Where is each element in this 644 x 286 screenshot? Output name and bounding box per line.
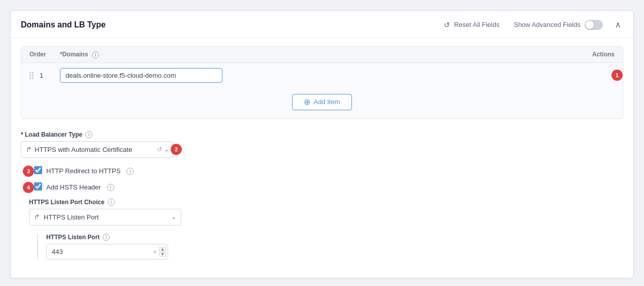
port-input[interactable] — [46, 244, 168, 260]
port-choice-label: HTTPS Listen Port Choice i — [29, 199, 623, 206]
main-card: Domains and LB Type ↺ Reset All Fields S… — [10, 10, 634, 278]
port-choice-select[interactable]: HTTPS Listen Port — [29, 209, 181, 226]
reset-label: Reset All Fields — [454, 21, 500, 28]
port-choice-select-wrap: ↱ HTTPS Listen Port ⌄ — [29, 209, 181, 226]
form-section: * Load Balancer Type i ↱ HTTPS with Auto… — [11, 127, 633, 278]
port-input-wrap: × ▲ ▼ — [46, 244, 168, 260]
advanced-fields-control: Show Advanced Fields — [513, 20, 603, 30]
lb-type-label: * Load Balancer Type i — [21, 131, 623, 138]
port-label: HTTPS Listen Port i — [46, 234, 623, 241]
advanced-label: Show Advanced Fields — [513, 21, 581, 28]
table-row: 1 1 — [21, 63, 623, 88]
lb-type-info-icon[interactable]: i — [85, 131, 92, 138]
http-redirect-info-icon[interactable]: i — [126, 168, 134, 175]
port-clear-icon[interactable]: × — [153, 248, 157, 256]
lb-type-reset-icon[interactable]: ↺ — [157, 146, 162, 153]
domains-table: Order *Domains i Actions 1 — [21, 46, 623, 119]
hsts-info-icon[interactable]: i — [107, 184, 114, 191]
port-field-group: HTTPS Listen Port i × ▲ ▼ — [46, 234, 623, 260]
domain-input[interactable] — [60, 68, 222, 83]
advanced-fields-toggle[interactable] — [585, 20, 603, 30]
http-redirect-label[interactable]: HTTP Redirect to HTTPS — [46, 167, 120, 175]
reset-icon: ↺ — [443, 21, 451, 29]
collapse-button[interactable]: ∧ — [613, 18, 623, 31]
badge-1: 1 — [611, 70, 623, 81]
table-header: Order *Domains i Actions — [21, 47, 623, 63]
add-item-label: Add Item — [313, 98, 340, 106]
port-choice-group: HTTPS Listen Port Choice i ↱ HTTPS Liste… — [29, 199, 623, 226]
badge-2: 2 — [171, 144, 182, 155]
badge-3: 3 — [23, 166, 34, 177]
domain-input-cell: 1 — [60, 68, 615, 83]
row-order-cell: 1 — [29, 72, 60, 79]
lb-type-group: * Load Balancer Type i ↱ HTTPS with Auto… — [21, 131, 623, 158]
port-info-icon[interactable]: i — [103, 234, 110, 241]
row-order-number: 1 — [40, 72, 43, 79]
http-redirect-checkbox-wrap: 3 — [34, 166, 42, 176]
col-order: Order — [29, 51, 60, 58]
badge-4: 4 — [23, 182, 34, 193]
port-spin-up[interactable]: ▲ — [159, 247, 166, 251]
drag-handle[interactable] — [29, 72, 34, 79]
collapse-icon: ∧ — [615, 20, 621, 29]
hsts-label[interactable]: Add HSTS Header — [46, 183, 101, 191]
card-header: Domains and LB Type ↺ Reset All Fields S… — [11, 11, 633, 38]
http-redirect-row: 3 HTTP Redirect to HTTPS i — [34, 166, 623, 176]
port-spinner: ▲ ▼ — [159, 247, 166, 257]
reset-all-button[interactable]: ↺ Reset All Fields — [439, 19, 504, 31]
port-spin-down[interactable]: ▼ — [159, 252, 166, 257]
lb-type-select-wrap: ↱ HTTPS with Automatic Certificate 2 ↺ ⌄ — [21, 141, 173, 158]
add-item-button[interactable]: ⊕ Add Item — [292, 94, 351, 110]
add-item-wrap: ⊕ Add Item — [21, 88, 623, 118]
col-actions: Actions — [592, 51, 615, 58]
http-redirect-checkbox[interactable] — [34, 166, 42, 174]
port-choice-info-icon[interactable]: i — [108, 199, 115, 206]
hsts-row: 4 Add HSTS Header i — [34, 182, 623, 193]
hsts-checkbox[interactable] — [34, 182, 42, 190]
plus-icon: ⊕ — [304, 98, 310, 106]
header-controls: ↺ Reset All Fields Show Advanced Fields … — [439, 18, 623, 31]
hsts-checkbox-wrap: 4 — [34, 182, 42, 193]
lb-type-select[interactable]: HTTPS with Automatic Certificate — [21, 141, 173, 158]
port-nested-section: HTTPS Listen Port i × ▲ ▼ — [37, 234, 623, 260]
page-title: Domains and LB Type — [21, 20, 106, 29]
col-domains: *Domains i — [60, 51, 592, 58]
domains-info-icon[interactable]: i — [92, 51, 99, 58]
